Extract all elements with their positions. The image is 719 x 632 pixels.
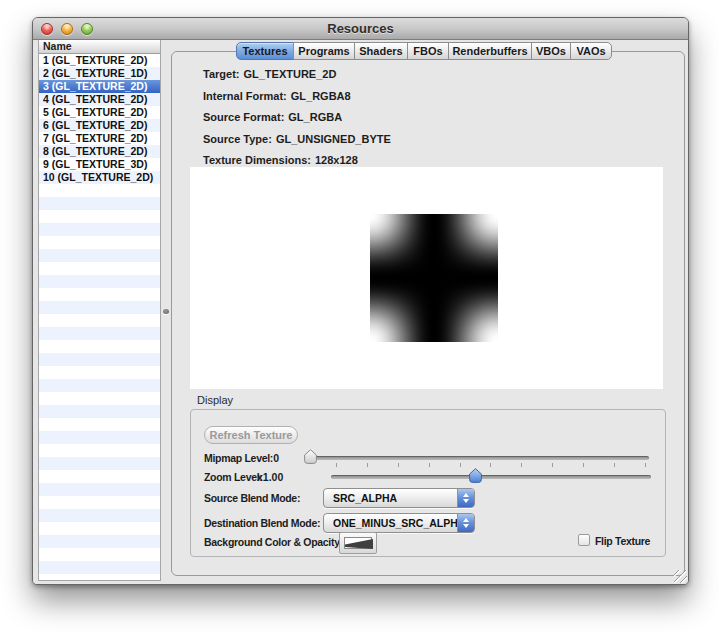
zoom-level-label: Zoom Level: — [204, 471, 263, 483]
tab-programs[interactable]: Programs — [293, 42, 355, 60]
texture-preview-area — [190, 167, 663, 389]
texture-info: Target:GL_TEXTURE_2D Internal Format:GL_… — [203, 68, 391, 176]
zoom-level-value: x1.00 — [257, 471, 283, 483]
tab-textures[interactable]: Textures — [236, 42, 294, 60]
background-color-well[interactable] — [339, 532, 377, 554]
popup-arrows-icon — [457, 514, 474, 532]
refresh-texture-button[interactable]: Refresh Texture — [204, 426, 298, 444]
source-blend-mode-popup[interactable]: SRC_ALPHA — [323, 488, 475, 508]
splitter-handle-icon[interactable] — [163, 309, 169, 314]
tab-renderbuffers[interactable]: Renderbuffers — [448, 42, 532, 60]
background-color-label: Background Color & Opacity: — [204, 536, 343, 548]
info-target: Target:GL_TEXTURE_2D — [203, 68, 391, 90]
list-item[interactable]: 5 (GL_TEXTURE_2D) — [39, 106, 160, 119]
info-source-format: Source Format:GL_RGBA — [203, 111, 391, 133]
display-group-label: Display — [197, 394, 233, 406]
list-item[interactable]: 4 (GL_TEXTURE_2D) — [39, 93, 160, 106]
list-item[interactable]: 6 (GL_TEXTURE_2D) — [39, 119, 160, 132]
opacity-wedge-icon — [344, 537, 372, 549]
zoom-slider-track[interactable] — [331, 475, 651, 479]
resource-type-tabs: Textures Programs Shaders FBOs Renderbuf… — [236, 42, 612, 60]
tab-fbos[interactable]: FBOs — [407, 42, 449, 60]
list-item[interactable]: 8 (GL_TEXTURE_2D) — [39, 145, 160, 158]
resource-list: Name 1 (GL_TEXTURE_2D) 2 (GL_TEXTURE_1D)… — [38, 40, 161, 581]
zoom-slider-ticks — [336, 463, 646, 467]
window-title: Resources — [33, 18, 688, 39]
resources-window: Resources Name 1 (GL_TEXTURE_2D) 2 (GL_T… — [32, 17, 689, 585]
list-item[interactable]: 1 (GL_TEXTURE_2D) — [39, 54, 160, 67]
list-item[interactable]: 9 (GL_TEXTURE_3D) — [39, 158, 160, 171]
list-header-name[interactable]: Name — [39, 40, 160, 54]
mipmap-level-value: 0 — [263, 452, 279, 464]
mipmap-slider-thumb[interactable] — [304, 449, 317, 464]
list-item[interactable]: 7 (GL_TEXTURE_2D) — [39, 132, 160, 145]
window-body: Name 1 (GL_TEXTURE_2D) 2 (GL_TEXTURE_1D)… — [33, 40, 688, 584]
destination-blend-mode-label: Destination Blend Mode: — [204, 517, 320, 529]
tab-vaos[interactable]: VAOs — [570, 42, 612, 60]
zoom-slider-thumb[interactable] — [469, 468, 482, 483]
list-item[interactable]: 10 (GL_TEXTURE_2D) — [39, 171, 160, 184]
list-item-selected[interactable]: 3 (GL_TEXTURE_2D) — [39, 80, 160, 93]
flip-texture-checkbox[interactable] — [578, 534, 590, 546]
tab-shaders[interactable]: Shaders — [354, 42, 408, 60]
destination-blend-mode-value: ONE_MINUS_SRC_ALPHA — [333, 514, 465, 532]
texture-preview — [370, 214, 498, 342]
display-group: Refresh Texture Mipmap Level: 0 Zoom Lev… — [190, 409, 666, 557]
titlebar[interactable]: Resources — [33, 18, 688, 40]
tab-vbos[interactable]: VBOs — [531, 42, 571, 60]
source-blend-mode-label: Source Blend Mode: — [204, 492, 300, 504]
flip-texture-label: Flip Texture — [595, 535, 650, 547]
info-source-type: Source Type:GL_UNSIGNED_BYTE — [203, 133, 391, 155]
zoom-button-icon[interactable] — [81, 23, 93, 35]
mipmap-slider-track[interactable] — [311, 456, 649, 460]
close-button-icon[interactable] — [41, 23, 53, 35]
list-item[interactable]: 2 (GL_TEXTURE_1D) — [39, 67, 160, 80]
source-blend-mode-value: SRC_ALPHA — [333, 489, 397, 507]
minimize-button-icon[interactable] — [61, 23, 73, 35]
list-empty-area — [39, 184, 160, 580]
popup-arrows-icon — [457, 489, 474, 507]
destination-blend-mode-popup[interactable]: ONE_MINUS_SRC_ALPHA — [323, 513, 475, 533]
info-internal-format: Internal Format:GL_RGBA8 — [203, 90, 391, 112]
resize-grip-icon[interactable] — [674, 570, 687, 583]
